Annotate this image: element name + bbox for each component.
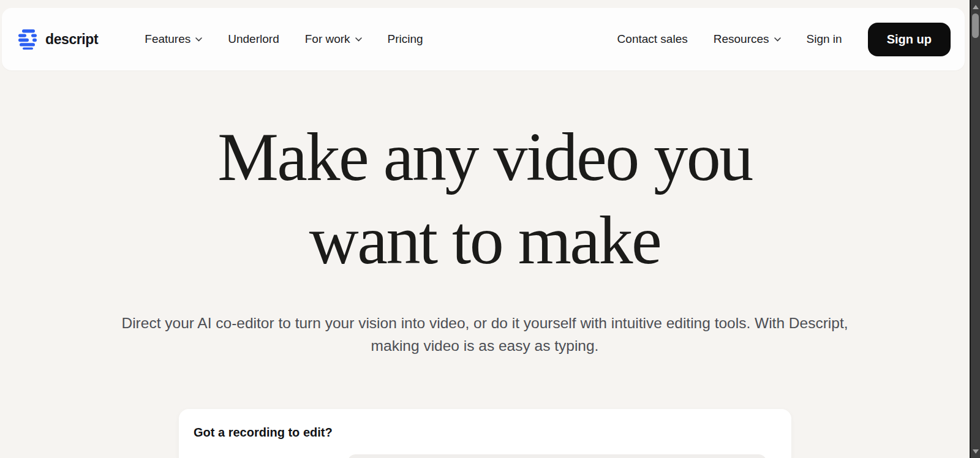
nav-item-label: Sign in — [807, 32, 842, 46]
nav-item-label: Contact sales — [617, 32, 688, 46]
chevron-down-icon — [774, 37, 781, 42]
hero-subtitle: Direct your AI co-editor to turn your vi… — [121, 312, 850, 357]
scroll-up-button[interactable] — [971, 2, 980, 12]
sign-up-button[interactable]: Sign up — [868, 23, 951, 56]
nav-item-for-work[interactable]: For work — [305, 32, 362, 46]
brand-logo[interactable]: descript — [18, 29, 98, 50]
scrollbar-thumb[interactable] — [972, 13, 979, 38]
nav-item-label: Features — [145, 32, 190, 46]
page-viewport: descript Features Underlord For work Pri… — [0, 0, 970, 458]
descript-logo-icon — [18, 29, 39, 50]
nav-right-menu: Contact sales Resources Sign in Sign up — [617, 23, 951, 56]
nav-item-label: Underlord — [228, 32, 279, 46]
nav-item-sign-in[interactable]: Sign in — [807, 32, 842, 46]
hero-title-line1: Make any video you — [0, 115, 970, 198]
chevron-down-icon — [355, 37, 362, 42]
brand-name: descript — [45, 31, 98, 48]
recording-upload-input[interactable] — [347, 454, 767, 458]
scroll-down-arrow-icon — [973, 449, 979, 454]
card-heading: Got a recording to edit? — [194, 426, 333, 440]
nav-item-contact-sales[interactable]: Contact sales — [617, 32, 688, 46]
hero-title-line2: want to make — [0, 198, 970, 282]
nav-item-features[interactable]: Features — [145, 32, 202, 46]
navbar: descript Features Underlord For work Pri… — [2, 8, 965, 70]
chevron-down-icon — [195, 37, 202, 42]
nav-left-menu: Features Underlord For work Pricing — [145, 32, 423, 46]
scroll-up-arrow-icon — [973, 5, 979, 9]
project-starter-card: Got a recording to edit? — [179, 409, 791, 458]
nav-item-label: Pricing — [388, 32, 423, 46]
nav-item-resources[interactable]: Resources — [714, 32, 781, 46]
scrollbar[interactable] — [970, 0, 980, 458]
hero-title: Make any video you want to make — [0, 115, 970, 282]
nav-item-pricing[interactable]: Pricing — [388, 32, 423, 46]
scroll-down-button[interactable] — [971, 446, 980, 456]
nav-item-underlord[interactable]: Underlord — [228, 32, 279, 46]
nav-item-label: Resources — [714, 32, 769, 46]
nav-item-label: For work — [305, 32, 350, 46]
